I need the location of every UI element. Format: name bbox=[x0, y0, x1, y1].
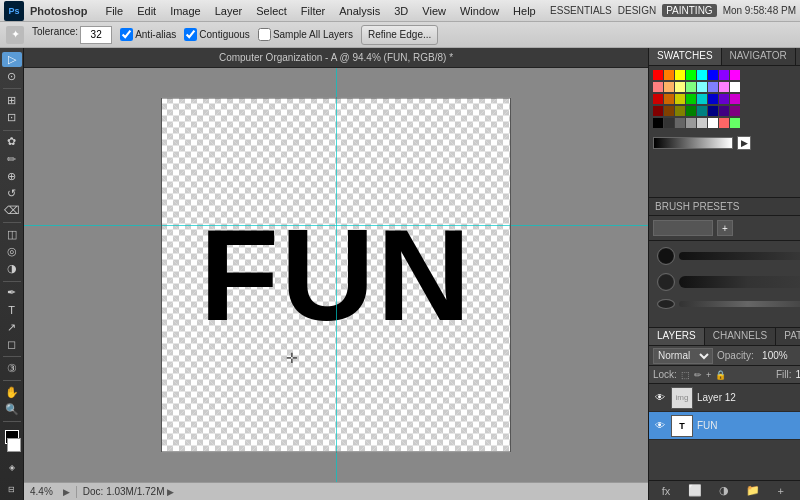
status-arrow[interactable]: ▶ bbox=[63, 487, 70, 497]
swatch-37[interactable] bbox=[708, 118, 718, 128]
color-gradient-bar[interactable] bbox=[653, 137, 733, 149]
swatch-28[interactable] bbox=[697, 106, 707, 116]
swatch-23[interactable] bbox=[730, 94, 740, 104]
layer-eye-0[interactable]: 👁 bbox=[653, 391, 667, 405]
swatch-7[interactable] bbox=[730, 70, 740, 80]
swatch-35[interactable] bbox=[686, 118, 696, 128]
swatch-15[interactable] bbox=[730, 82, 740, 92]
tool-eraser[interactable]: ⌫ bbox=[2, 203, 22, 218]
menu-view[interactable]: View bbox=[416, 3, 452, 19]
doc-arrow[interactable]: ▶ bbox=[167, 487, 174, 497]
layer-new-button[interactable]: + bbox=[778, 485, 784, 497]
color-value-display[interactable]: ▶ bbox=[737, 136, 751, 150]
layer-item-0[interactable]: 👁 img Layer 12 bbox=[649, 384, 800, 412]
tab-navigator[interactable]: NAVIGATOR bbox=[722, 48, 796, 65]
brush-item-1[interactable] bbox=[653, 245, 800, 267]
tool-hand[interactable]: ✋ bbox=[2, 385, 22, 400]
tool-selection[interactable]: ▷ bbox=[2, 52, 22, 67]
menu-3d[interactable]: 3D bbox=[388, 3, 414, 19]
menu-edit[interactable]: Edit bbox=[131, 3, 162, 19]
brush-item-2[interactable] bbox=[653, 271, 800, 293]
tool-crop[interactable]: ⊞ bbox=[2, 93, 22, 108]
screen-mode[interactable]: ⊟ bbox=[2, 480, 22, 500]
tab-swatches[interactable]: SWATCHES bbox=[649, 48, 722, 65]
tool-gradient[interactable]: ◫ bbox=[2, 227, 22, 242]
swatch-0[interactable] bbox=[653, 70, 663, 80]
tab-layers[interactable]: LAYERS bbox=[649, 328, 705, 345]
workspace-design[interactable]: DESIGN bbox=[618, 5, 656, 16]
swatch-22[interactable] bbox=[719, 94, 729, 104]
layer-item-1[interactable]: 👁 T FUN bbox=[649, 412, 800, 440]
lock-position-icon[interactable]: + bbox=[706, 370, 711, 380]
blend-mode-select[interactable]: Normal bbox=[653, 348, 713, 364]
swatch-21[interactable] bbox=[708, 94, 718, 104]
swatch-13[interactable] bbox=[708, 82, 718, 92]
menu-filter[interactable]: Filter bbox=[295, 3, 331, 19]
tool-zoom[interactable]: 🔍 bbox=[2, 402, 22, 417]
antialias-check[interactable]: Anti-alias bbox=[120, 28, 176, 41]
tool-type[interactable]: T bbox=[2, 303, 22, 318]
swatch-9[interactable] bbox=[664, 82, 674, 92]
swatch-10[interactable] bbox=[675, 82, 685, 92]
swatch-3[interactable] bbox=[686, 70, 696, 80]
layer-group-button[interactable]: 📁 bbox=[746, 484, 760, 497]
swatch-1[interactable] bbox=[664, 70, 674, 80]
swatch-11[interactable] bbox=[686, 82, 696, 92]
workspace-essentials[interactable]: ESSENTIALS bbox=[550, 5, 612, 16]
quick-mask-toggle[interactable]: ◈ bbox=[2, 458, 22, 478]
swatch-34[interactable] bbox=[675, 118, 685, 128]
swatch-18[interactable] bbox=[675, 94, 685, 104]
swatch-17[interactable] bbox=[664, 94, 674, 104]
layer-eye-1[interactable]: 👁 bbox=[653, 419, 667, 433]
tool-lasso[interactable]: ⊙ bbox=[2, 69, 22, 84]
menu-file[interactable]: File bbox=[99, 3, 129, 19]
brush-create-btn[interactable]: + bbox=[717, 220, 733, 236]
brush-item-3[interactable] bbox=[653, 297, 800, 311]
layer-mask-button[interactable]: ⬜ bbox=[688, 484, 702, 497]
menu-layer[interactable]: Layer bbox=[209, 3, 249, 19]
tool-path-select[interactable]: ↗ bbox=[2, 320, 22, 335]
tolerance-input[interactable] bbox=[80, 26, 112, 44]
swatch-5[interactable] bbox=[708, 70, 718, 80]
menu-select[interactable]: Select bbox=[250, 3, 293, 19]
swatch-20[interactable] bbox=[697, 94, 707, 104]
sample-all-check[interactable]: Sample All Layers bbox=[258, 28, 353, 41]
swatch-19[interactable] bbox=[686, 94, 696, 104]
lock-all-icon[interactable]: 🔒 bbox=[715, 370, 726, 380]
swatch-32[interactable] bbox=[653, 118, 663, 128]
tool-history-brush[interactable]: ↺ bbox=[2, 186, 22, 201]
swatch-2[interactable] bbox=[675, 70, 685, 80]
tool-brush[interactable]: ✏ bbox=[2, 151, 22, 166]
tool-dodge[interactable]: ◑ bbox=[2, 261, 22, 276]
magic-wand-icon[interactable]: ✦ bbox=[6, 26, 24, 44]
swatch-39[interactable] bbox=[730, 118, 740, 128]
tool-spot-heal[interactable]: ✿ bbox=[2, 134, 22, 149]
swatch-6[interactable] bbox=[719, 70, 729, 80]
tool-3d[interactable]: ③ bbox=[2, 361, 22, 376]
tab-paths[interactable]: PATHS bbox=[776, 328, 800, 345]
swatch-33[interactable] bbox=[664, 118, 674, 128]
background-color[interactable] bbox=[7, 438, 21, 452]
tool-stamp[interactable]: ⊕ bbox=[2, 169, 22, 184]
swatch-14[interactable] bbox=[719, 82, 729, 92]
swatch-4[interactable] bbox=[697, 70, 707, 80]
tool-blur[interactable]: ◎ bbox=[2, 244, 22, 259]
swatch-38[interactable] bbox=[719, 118, 729, 128]
brush-size-input[interactable] bbox=[653, 220, 713, 236]
swatch-26[interactable] bbox=[675, 106, 685, 116]
swatch-36[interactable] bbox=[697, 118, 707, 128]
swatch-16[interactable] bbox=[653, 94, 663, 104]
tab-channels[interactable]: CHANNELS bbox=[705, 328, 776, 345]
swatch-29[interactable] bbox=[708, 106, 718, 116]
tool-shape[interactable]: ◻ bbox=[2, 337, 22, 352]
canvas-container[interactable]: FUN ✛ bbox=[24, 68, 648, 482]
layer-adjustment-button[interactable]: ◑ bbox=[719, 484, 729, 497]
menu-analysis[interactable]: Analysis bbox=[333, 3, 386, 19]
swatch-31[interactable] bbox=[730, 106, 740, 116]
contiguous-check[interactable]: Contiguous bbox=[184, 28, 250, 41]
lock-transparent-icon[interactable]: ⬚ bbox=[681, 370, 690, 380]
tool-pen[interactable]: ✒ bbox=[2, 285, 22, 300]
swatch-25[interactable] bbox=[664, 106, 674, 116]
tool-slice[interactable]: ⊡ bbox=[2, 110, 22, 125]
workspace-painting[interactable]: PAINTING bbox=[662, 4, 716, 17]
